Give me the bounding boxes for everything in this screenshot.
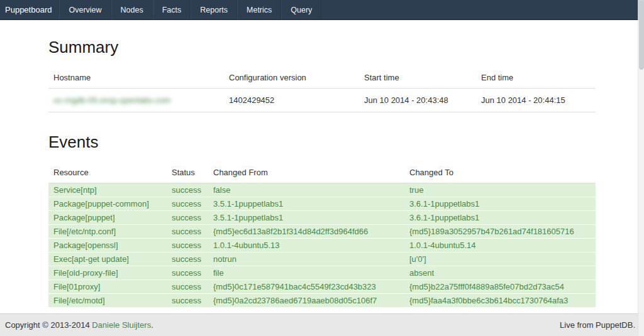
column-end-time: End time [476, 67, 596, 89]
copyright-suffix: . [151, 320, 153, 330]
column-resource: Resource [48, 162, 167, 183]
column-config-version: Configuration version [224, 67, 359, 89]
event-status: success [167, 197, 208, 211]
brand-puppetboard[interactable]: Puppetboard [0, 0, 59, 19]
live-status: Live from PuppetDB. [560, 320, 635, 330]
event-status: success [167, 280, 208, 294]
summary-table: Hostname Configuration version Start tim… [48, 67, 596, 112]
event-changed-to: absent [404, 266, 596, 280]
event-changed-from: {md5}0c171e587941bac4c5549f23cd43b323 [208, 280, 404, 294]
event-changed-from: 1.0.1-4ubuntu5.13 [208, 239, 404, 252]
column-start-time: Start time [359, 67, 476, 89]
event-changed-to: true [404, 183, 596, 197]
author-link[interactable]: Daniele Sluijters [92, 320, 151, 330]
copyright-text: Copyright © 2013-2014 [5, 320, 92, 330]
event-changed-from: {md5}0a2cd23786aed6719aaeb08d05c106f7 [208, 294, 404, 308]
event-resource: Package[openssl] [48, 239, 167, 252]
table-row: File[/etc/ntp.conf] success {md5}ec6d13a… [48, 225, 596, 239]
footer: Copyright © 2013-2014 Daniele Sluijters.… [0, 313, 644, 336]
event-changed-to: 1.0.1-4ubuntu5.14 [404, 239, 596, 252]
event-status: success [167, 294, 208, 308]
event-changed-to: [u'0'] [404, 252, 596, 266]
start-time-cell: Jun 10 2014 - 20:43:48 [359, 89, 476, 112]
summary-title: Summary [48, 38, 596, 57]
column-changed-to: Changed To [404, 162, 596, 183]
events-header-row: Resource Status Changed From Changed To [48, 162, 596, 183]
hostname-link[interactable]: uc-mgdb-05.onsp.opentabs.com [53, 95, 170, 105]
table-row: Exec[apt-get update] success notrun [u'0… [48, 252, 596, 266]
event-changed-from: {md5}ec6d13a8f2b1f314d84d2ff3d964fd66 [208, 225, 404, 239]
nav-item-query[interactable]: Query [281, 0, 321, 19]
table-row: Package[openssl] success 1.0.1-4ubuntu5.… [48, 239, 596, 252]
table-row: Service[ntp] success false true [48, 183, 596, 197]
events-title: Events [48, 133, 596, 152]
column-hostname: Hostname [48, 67, 224, 89]
events-table: Resource Status Changed From Changed To … [48, 162, 596, 308]
nav-item-metrics[interactable]: Metrics [237, 0, 281, 19]
hostname-cell: uc-mgdb-05.onsp.opentabs.com [48, 89, 224, 112]
event-status: success [167, 252, 208, 266]
nav-item-overview[interactable]: Overview [59, 0, 111, 19]
scrollbar[interactable] [638, 0, 644, 336]
summary-header-row: Hostname Configuration version Start tim… [48, 67, 596, 89]
nav-item-nodes[interactable]: Nodes [111, 0, 153, 19]
event-changed-to: 3.6.1-1puppetlabs1 [404, 197, 596, 211]
event-resource: Package[puppet-common] [48, 197, 167, 211]
column-changed-from: Changed From [208, 162, 404, 183]
main-content: Summary Hostname Configuration version S… [0, 20, 644, 313]
event-changed-to: {md5}189a3052957b47b261ad74f181605716 [404, 225, 596, 239]
event-resource: File[/etc/motd] [48, 294, 167, 308]
table-row: Package[puppet-common] success 3.5.1-1pu… [48, 197, 596, 211]
event-changed-from: false [208, 183, 404, 197]
event-status: success [167, 225, 208, 239]
scrollbar-thumb[interactable] [639, 1, 644, 70]
event-resource: File[01proxy] [48, 280, 167, 294]
event-resource: Service[ntp] [48, 183, 167, 197]
table-row: File[old-proxy-file] success file absent [48, 266, 596, 280]
top-nav: Puppetboard Overview Nodes Facts Reports… [0, 0, 644, 20]
event-resource: File[/etc/ntp.conf] [48, 225, 167, 239]
event-changed-to: {md5}faa4a3f0bbe6c3b614bcc1730764afa3 [404, 294, 596, 308]
event-status: success [167, 239, 208, 252]
event-status: success [167, 211, 208, 225]
event-resource: File[old-proxy-file] [48, 266, 167, 280]
table-row: File[/etc/motd] success {md5}0a2cd23786a… [48, 294, 596, 308]
event-status: success [167, 183, 208, 197]
event-changed-from: 3.5.1-1puppetlabs1 [208, 197, 404, 211]
config-version-cell: 1402429452 [224, 89, 359, 112]
table-row: Package[puppet] success 3.5.1-1puppetlab… [48, 211, 596, 225]
nav-item-reports[interactable]: Reports [191, 0, 237, 19]
summary-row: uc-mgdb-05.onsp.opentabs.com 1402429452 … [48, 89, 596, 112]
event-resource: Exec[apt-get update] [48, 252, 167, 266]
column-status: Status [167, 162, 208, 183]
event-changed-to: {md5}b22a75fff0f4889a85fe07bd2d73ac54 [404, 280, 596, 294]
event-status: success [167, 266, 208, 280]
event-changed-from: notrun [208, 252, 404, 266]
nav-item-facts[interactable]: Facts [153, 0, 191, 19]
end-time-cell: Jun 10 2014 - 20:44:15 [476, 89, 596, 112]
event-changed-to: 3.6.1-1puppetlabs1 [404, 211, 596, 225]
table-row: File[01proxy] success {md5}0c171e587941b… [48, 280, 596, 294]
event-changed-from: file [208, 266, 404, 280]
event-changed-from: 3.5.1-1puppetlabs1 [208, 211, 404, 225]
copyright: Copyright © 2013-2014 Daniele Sluijters. [5, 320, 153, 330]
event-resource: Package[puppet] [48, 211, 167, 225]
